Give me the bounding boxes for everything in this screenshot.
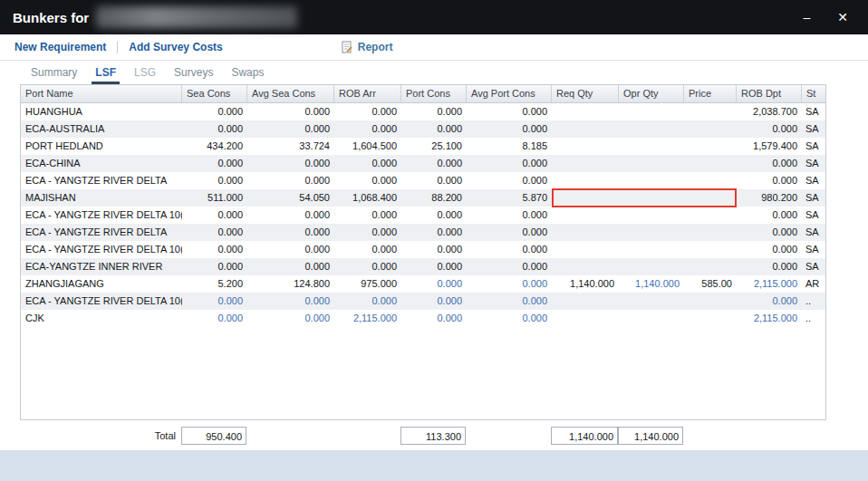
value-cell[interactable] xyxy=(552,207,619,224)
value-cell[interactable]: 5.870 xyxy=(467,189,552,207)
column-header-avg-sea-cons[interactable]: Avg Sea Cons xyxy=(247,85,334,102)
value-cell[interactable]: 0.000 xyxy=(182,241,247,258)
column-header-req-qty[interactable]: Req Qty xyxy=(552,85,619,102)
value-cell[interactable]: 0.000 xyxy=(334,207,401,224)
value-cell[interactable] xyxy=(619,241,684,258)
column-header-port-cons[interactable]: Port Cons xyxy=(401,85,467,102)
value-cell[interactable] xyxy=(619,120,684,138)
status-cell[interactable]: .. xyxy=(802,293,825,310)
value-cell[interactable]: 0.000 xyxy=(247,172,334,189)
value-cell[interactable] xyxy=(552,120,619,138)
value-cell[interactable]: 1,068.400 xyxy=(334,189,401,207)
value-cell[interactable] xyxy=(684,172,737,189)
value-cell[interactable]: 2,038.700 xyxy=(737,103,802,120)
value-cell[interactable]: 0.000 xyxy=(334,241,401,258)
value-cell[interactable]: 1,140.000 xyxy=(619,275,684,293)
port-name-cell[interactable]: PORT HEDLAND xyxy=(21,138,182,155)
status-cell[interactable]: .. xyxy=(802,310,825,327)
value-cell[interactable]: 2,115.000 xyxy=(737,310,802,327)
tab-swaps[interactable]: Swaps xyxy=(222,63,273,84)
value-cell[interactable]: 0.000 xyxy=(334,172,401,189)
value-cell[interactable] xyxy=(619,189,684,207)
table-row[interactable]: HUANGHUA0.0000.0000.0000.0000.0002,038.7… xyxy=(21,103,825,120)
value-cell[interactable] xyxy=(619,138,684,155)
value-cell[interactable]: 0.000 xyxy=(182,207,247,224)
column-header-opr-qty[interactable]: Opr Qty xyxy=(619,85,684,102)
port-name-cell[interactable]: ECA - YANGTZE RIVER DELTA 10( xyxy=(21,241,182,258)
status-cell[interactable]: SA xyxy=(802,224,825,241)
value-cell[interactable]: 0.000 xyxy=(334,103,401,120)
value-cell[interactable]: 0.000 xyxy=(737,293,802,310)
value-cell[interactable] xyxy=(552,155,619,172)
value-cell[interactable] xyxy=(684,310,737,327)
table-row[interactable]: ECA-YANGTZE INNER RIVER0.0000.0000.0000.… xyxy=(21,258,825,275)
table-row[interactable]: CJK0.0000.0002,115.0000.0000.0002,115.00… xyxy=(21,310,825,327)
value-cell[interactable]: 124.800 xyxy=(247,275,334,293)
value-cell[interactable]: 0.000 xyxy=(401,172,467,189)
value-cell[interactable]: 0.000 xyxy=(467,172,552,189)
value-cell[interactable] xyxy=(552,103,619,120)
value-cell[interactable]: 1,604.500 xyxy=(334,138,401,155)
value-cell[interactable]: 0.000 xyxy=(247,258,334,275)
port-name-cell[interactable]: ECA-AUSTRALIA xyxy=(21,120,182,138)
value-cell[interactable]: 0.000 xyxy=(182,258,247,275)
value-cell[interactable]: 0.000 xyxy=(401,155,467,172)
port-name-cell[interactable]: ECA - YANGTZE RIVER DELTA 10( xyxy=(21,207,182,224)
value-cell[interactable] xyxy=(684,293,737,310)
value-cell[interactable]: 0.000 xyxy=(401,310,467,327)
value-cell[interactable] xyxy=(552,258,619,275)
value-cell[interactable]: 88.200 xyxy=(401,189,467,207)
value-cell[interactable]: 0.000 xyxy=(737,258,802,275)
value-cell[interactable]: 980.200 xyxy=(737,189,802,207)
value-cell[interactable]: 0.000 xyxy=(737,172,802,189)
value-cell[interactable]: 434.200 xyxy=(182,138,247,155)
value-cell[interactable]: 5.200 xyxy=(182,275,247,293)
column-header-st[interactable]: St xyxy=(802,85,825,102)
status-cell[interactable]: SA xyxy=(802,103,825,120)
value-cell[interactable] xyxy=(684,241,737,258)
value-cell[interactable]: 0.000 xyxy=(467,224,552,241)
status-cell[interactable]: SA xyxy=(802,189,825,207)
value-cell[interactable]: 0.000 xyxy=(401,103,467,120)
table-row[interactable]: ECA - YANGTZE RIVER DELTA 10(0.0000.0000… xyxy=(21,241,825,258)
value-cell[interactable] xyxy=(552,224,619,241)
value-cell[interactable]: 0.000 xyxy=(247,103,334,120)
column-header-price[interactable]: Price xyxy=(684,85,737,102)
add-survey-costs-button[interactable]: Add Survey Costs xyxy=(129,41,222,53)
value-cell[interactable]: 0.000 xyxy=(737,207,802,224)
value-cell[interactable]: 0.000 xyxy=(401,275,467,293)
tab-surveys[interactable]: Surveys xyxy=(165,63,222,84)
value-cell[interactable]: 0.000 xyxy=(737,224,802,241)
value-cell[interactable] xyxy=(619,172,684,189)
value-cell[interactable]: 0.000 xyxy=(182,103,247,120)
value-cell[interactable] xyxy=(684,207,737,224)
value-cell[interactable]: 585.00 xyxy=(684,275,737,293)
value-cell[interactable]: 0.000 xyxy=(467,310,552,327)
tab-lsg[interactable]: LSG xyxy=(125,63,165,84)
port-name-cell[interactable]: ECA - YANGTZE RIVER DELTA xyxy=(21,172,182,189)
tab-lsf[interactable]: LSF xyxy=(86,63,125,84)
value-cell[interactable]: 0.000 xyxy=(401,241,467,258)
table-row[interactable]: MAJISHAN511.00054.0501,068.40088.2005.87… xyxy=(21,189,825,207)
status-cell[interactable]: SA xyxy=(802,138,825,155)
value-cell[interactable]: 0.000 xyxy=(247,120,334,138)
status-cell[interactable]: SA xyxy=(802,207,825,224)
table-row[interactable]: ECA - YANGTZE RIVER DELTA0.0000.0000.000… xyxy=(21,224,825,241)
port-name-cell[interactable]: ECA-YANGTZE INNER RIVER xyxy=(21,258,182,275)
value-cell[interactable] xyxy=(619,224,684,241)
value-cell[interactable] xyxy=(619,293,684,310)
value-cell[interactable]: 0.000 xyxy=(247,293,334,310)
port-name-cell[interactable]: CJK xyxy=(21,310,182,327)
value-cell[interactable]: 0.000 xyxy=(334,120,401,138)
value-cell[interactable]: 0.000 xyxy=(247,224,334,241)
table-row[interactable]: PORT HEDLAND434.20033.7241,604.50025.100… xyxy=(21,138,825,155)
value-cell[interactable]: 0.000 xyxy=(334,258,401,275)
value-cell[interactable]: 0.000 xyxy=(182,155,247,172)
value-cell[interactable]: 0.000 xyxy=(334,155,401,172)
value-cell[interactable]: 0.000 xyxy=(401,207,467,224)
value-cell[interactable]: 0.000 xyxy=(401,120,467,138)
report-button[interactable]: Report xyxy=(341,41,393,53)
value-cell[interactable] xyxy=(552,138,619,155)
value-cell[interactable]: 0.000 xyxy=(467,258,552,275)
status-cell[interactable]: SA xyxy=(802,172,825,189)
